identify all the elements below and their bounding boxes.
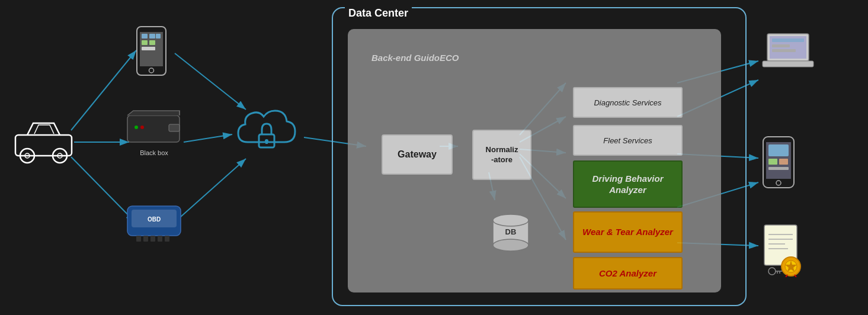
diagram-container: Black box OBD	[0, 0, 868, 315]
backend-title: Back-end GuidoECO	[371, 53, 459, 63]
certificate-icon	[761, 224, 806, 277]
normalizer-box: Normaliz-atore	[472, 130, 531, 180]
svg-rect-59	[763, 61, 813, 67]
svg-rect-62	[772, 49, 796, 52]
fleet-label: Fleet Services	[603, 136, 652, 145]
gateway-box: Gateway	[382, 134, 453, 175]
svg-rect-33	[142, 40, 148, 45]
blackbox-node: Black box	[124, 110, 184, 156]
laptop-icon	[761, 33, 815, 73]
svg-rect-34	[149, 40, 155, 45]
svg-point-55	[493, 239, 529, 251]
svg-text:OBD: OBD	[148, 216, 161, 223]
fleet-services-box: Fleet Services	[573, 125, 683, 156]
cloud-lock-node	[231, 98, 302, 169]
svg-rect-68	[779, 159, 788, 165]
svg-rect-49	[165, 236, 169, 242]
svg-point-54	[493, 214, 529, 226]
driving-behavior-box: Driving Behavior Analyzer	[573, 160, 683, 208]
svg-text:DB: DB	[505, 227, 517, 236]
svg-rect-48	[158, 236, 162, 242]
co2-label: CO2 Analyzer	[599, 268, 656, 278]
mobile-phone-icon	[761, 135, 796, 189]
svg-rect-69	[768, 167, 789, 170]
driving-behavior-label: Driving Behavior Analyzer	[574, 173, 681, 196]
svg-rect-67	[768, 159, 777, 165]
co2-analyzer-box: CO2 Analyzer	[573, 257, 683, 290]
diagnostic-services-box: Diagnostic Services	[573, 87, 683, 118]
svg-point-65	[776, 181, 781, 185]
normalizer-label: Normaliz-atore	[486, 145, 518, 165]
svg-rect-60	[772, 38, 804, 42]
svg-rect-47	[150, 236, 155, 242]
svg-rect-35	[142, 47, 155, 50]
svg-rect-21	[15, 135, 72, 156]
obd-node: OBD	[124, 201, 184, 243]
db-node: DB	[487, 210, 534, 256]
wear-tear-box: Wear & Tear Analyzer	[573, 211, 683, 253]
backend-box: Back-end GuidoECO Gateway Normaliz-atore	[348, 29, 721, 292]
svg-point-39	[134, 126, 138, 129]
svg-rect-45	[136, 236, 141, 242]
svg-rect-46	[143, 236, 148, 242]
svg-rect-66	[768, 144, 789, 156]
svg-rect-52	[265, 141, 268, 144]
svg-point-80	[768, 268, 776, 275]
diagnostic-label: Diagnostic Services	[594, 98, 661, 107]
svg-rect-41	[169, 124, 180, 131]
car-node	[11, 110, 76, 169]
datacenter-box: Data Center Back-end GuidoECO Gateway No…	[332, 7, 747, 306]
datacenter-title: Data Center	[345, 7, 412, 20]
smartphone-node	[135, 25, 168, 77]
blackbox-label: Black box	[140, 149, 168, 156]
svg-rect-30	[142, 34, 148, 38]
svg-rect-31	[149, 34, 155, 38]
svg-line-6	[184, 134, 232, 142]
svg-point-36	[149, 68, 154, 73]
svg-point-40	[140, 126, 144, 129]
svg-rect-61	[772, 44, 790, 47]
wear-tear-label: Wear & Tear Analyzer	[582, 226, 673, 238]
svg-rect-32	[156, 34, 161, 38]
gateway-label: Gateway	[398, 149, 437, 160]
